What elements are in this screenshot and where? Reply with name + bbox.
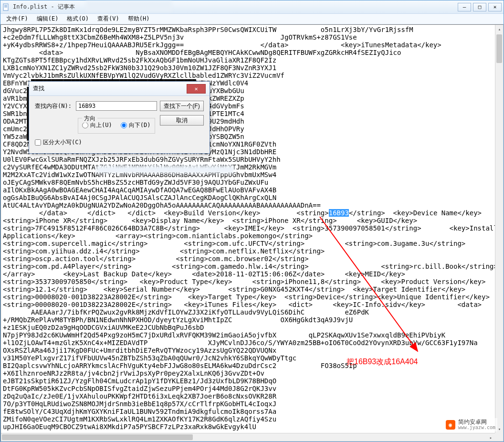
- menu-format[interactable]: 格式(O): [63, 14, 93, 24]
- find-dialog-close-button[interactable]: ✕: [187, 84, 206, 94]
- scroll-up-arrow[interactable]: ▴: [495, 25, 504, 33]
- find-dialog-titlebar[interactable]: 查找 ✕: [29, 82, 210, 96]
- menu-view[interactable]: 查看(V): [94, 14, 123, 24]
- window-controls: — □ ✕: [458, 3, 502, 11]
- blurred-region: [86, 1, 172, 11]
- find-dialog-body: 查找内容(N): 查找下一个(F) 方向 向上(U) 向下(D) 区分大小写(C…: [29, 96, 210, 153]
- direction-group: 方向 向上(U) 向下(D): [78, 118, 155, 134]
- horizontal-scrollbar[interactable]: ◂ ▸: [1, 433, 495, 441]
- menu-edit[interactable]: 编辑(E): [33, 14, 63, 24]
- watermark-url: www.jyazw.com: [458, 425, 495, 431]
- minimize-button[interactable]: —: [458, 3, 471, 11]
- watermark: ◉ 简约安卓网 www.jyazw.com: [444, 418, 497, 431]
- find-dialog: 查找 ✕ 查找内容(N): 查找下一个(F) 方向 向上(U) 向下(D) 区分…: [29, 81, 210, 154]
- blurred-region-2: [96, 166, 234, 173]
- watermark-name: 简约安卓网: [458, 419, 495, 425]
- watermark-logo-icon: ◉: [446, 420, 455, 430]
- find-content-label: 查找内容(N):: [35, 102, 73, 110]
- window-title: Info.plist - 记事本: [13, 3, 458, 11]
- menubar: 文件(F) 编辑(E) 格式(O) 查看(V) 帮助(H): [0, 14, 504, 24]
- scroll-corner: [495, 433, 503, 441]
- match-case-checkbox[interactable]: 区分大小写(C): [35, 138, 157, 147]
- maximize-button[interactable]: □: [473, 3, 486, 11]
- app-icon: [2, 3, 10, 11]
- scroll-right-arrow[interactable]: ▸: [487, 433, 495, 442]
- menu-file[interactable]: 文件(F): [2, 14, 32, 24]
- menu-help[interactable]: 帮助(H): [124, 14, 154, 24]
- close-button[interactable]: ✕: [488, 3, 502, 11]
- vertical-scroll-thumb[interactable]: [496, 34, 502, 63]
- find-input[interactable]: [76, 101, 157, 111]
- horizontal-scroll-thumb[interactable]: [2, 434, 193, 440]
- direction-down-radio[interactable]: 向下(D): [121, 121, 151, 129]
- find-cancel-button[interactable]: 取消: [160, 115, 204, 126]
- find-dialog-title: 查找: [33, 84, 187, 93]
- find-next-button[interactable]: 查找下一个(F): [160, 101, 204, 111]
- direction-group-title: 方向: [82, 115, 97, 123]
- titlebar[interactable]: Info.plist - 记事本 — □ ✕: [0, 0, 504, 14]
- vertical-scrollbar[interactable]: ▴ ▾: [495, 25, 503, 433]
- annotation-text: 把16B93改成16A404: [346, 357, 418, 367]
- highlighted-match: 16B93: [329, 209, 349, 217]
- notepad-window: Info.plist - 记事本 — □ ✕ 文件(F) 编辑(E) 格式(O)…: [0, 0, 504, 442]
